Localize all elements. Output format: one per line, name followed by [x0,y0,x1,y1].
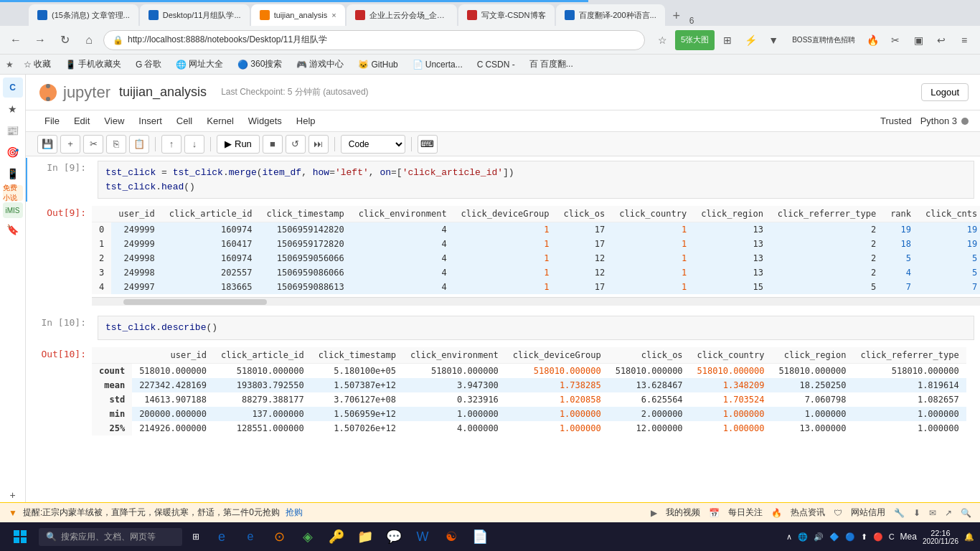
tray-network[interactable]: 🌐 [798,532,808,542]
plugin-button[interactable]: ⚡ [740,30,760,50]
boss-search[interactable]: BOSS直聘情色招聘 [788,30,859,50]
scroll-bar-9[interactable] [123,299,267,305]
sidebar-icon-7[interactable]: 🔖 [3,220,23,240]
large-image-button[interactable]: 5张大图 [675,30,715,50]
cell-9-content[interactable]: tst_click = tst_click.merge(item_df, how… [92,158,980,202]
tray-ext2[interactable]: 🔵 [845,532,855,542]
menu-widgets[interactable]: Widgets [241,113,289,129]
tray-up-icon[interactable]: ∧ [786,532,792,542]
grid-button[interactable]: ⊞ [717,30,738,50]
notebook-name[interactable]: tuijian_analysis [119,85,207,100]
menu-insert[interactable]: Insert [131,113,169,129]
refresh-button[interactable]: ↻ [55,30,75,50]
menu-btn[interactable]: ≡ [954,30,974,50]
notification-button[interactable]: 🔔 [964,532,974,542]
notebook-area[interactable]: In [9]: tst_click = tst_click.merge(item… [26,156,980,525]
app-chrome[interactable]: ⊙ [267,524,291,549]
copy-cell-button[interactable]: ⎘ [106,135,126,154]
sidebar-icon-6[interactable]: iMIS [3,202,23,218]
menu-edit[interactable]: Edit [67,113,97,129]
move-down-button[interactable]: ↓ [184,135,204,154]
sidebar-icon-5[interactable]: 📱 [3,164,23,184]
cell-type-select[interactable]: Code [341,135,405,154]
restart-button[interactable]: ↺ [286,135,306,154]
site-credit[interactable]: 网站信用 [851,507,885,519]
app-wechat[interactable]: 💬 [382,524,406,549]
sidebar-icon-1[interactable]: C [3,77,23,98]
tray-ext3[interactable]: ⬆ [861,532,867,542]
taskbar-search[interactable]: 🔍 搜索应用、文档、网页等 [39,528,182,546]
bookmark-uncertain[interactable]: 📄 Uncerta... [408,58,467,71]
tray-csdn[interactable]: C [889,532,895,541]
bookmark-google[interactable]: G 谷歌 [131,57,166,72]
daily-focus[interactable]: 每日关注 [728,507,763,519]
logout-button[interactable]: Logout [921,83,969,101]
sidebar-icon-3[interactable]: 📰 [3,121,23,141]
cell-10-dataframe[interactable]: user_id click_article_id click_timestamp… [92,347,980,435]
tray-speaker[interactable]: 🔊 [814,532,824,542]
bookmark-csdn[interactable]: C CSDN - [473,58,519,71]
tab-3-close[interactable]: × [331,11,336,19]
tab-4[interactable]: 企业上云分会场_企业... [347,4,457,26]
menu-kernel[interactable]: Kernel [199,113,241,129]
extensions[interactable]: 🔥 [862,30,882,50]
star-button[interactable]: ☆ [652,30,672,50]
cell-10-code[interactable]: tst_click.describe() [98,316,974,340]
paste-cell-button[interactable]: 📋 [129,135,149,154]
app-eclipse[interactable]: ☯ [439,524,463,549]
horizontal-scroll-9[interactable] [92,297,980,306]
tab-5[interactable]: 写文章-CSDN博客 [458,4,555,26]
stop-button[interactable]: ■ [263,135,283,154]
tab-1[interactable]: (15条消息) 文章管理... [29,4,138,26]
clock[interactable]: 22:16 2020/11/26 [923,529,958,545]
ad-link[interactable]: 抢购 [286,507,303,519]
app-6[interactable]: 📁 [353,524,377,549]
bookmark-360[interactable]: 🔵 360搜索 [233,57,286,72]
cell-9-code[interactable]: tst_click = tst_click.merge(item_df, how… [98,161,974,199]
home-button[interactable]: ⌂ [79,30,99,50]
tab-6[interactable]: 百度翻译-200种语言... [556,4,665,26]
ext3[interactable]: ▣ [908,30,928,50]
mea-text[interactable]: Mea [900,532,917,542]
cell-9-dataframe[interactable]: user_id click_article_id click_timestamp… [92,206,980,309]
ext2[interactable]: ✂ [885,30,905,50]
tray-ext4[interactable]: 🔴 [873,532,883,542]
bookmark-urls[interactable]: 🌐 网址大全 [171,57,227,72]
bookmark-collections[interactable]: ☆ 收藏 [19,57,55,72]
menu-cell[interactable]: Cell [169,113,199,129]
app-word[interactable]: W [410,524,435,549]
back-button[interactable]: ← [6,30,26,50]
bookmark-github[interactable]: 🐱 GitHub [354,58,402,71]
save-button[interactable]: 💾 [37,135,57,154]
keyboard-shortcuts-button[interactable]: ⌨ [418,135,438,154]
task-view-button[interactable]: ⊞ [187,524,205,549]
sidebar-icon-2[interactable]: ★ [3,99,23,119]
sidebar-icon-4[interactable]: 🎯 [3,142,23,162]
tab-3[interactable]: tuijian_analysis × [251,4,345,26]
tab-2[interactable]: Desktop/11月组队学... [140,4,250,26]
my-video[interactable]: 我的视频 [666,507,700,519]
tray-ext1[interactable]: 🔷 [829,532,839,542]
app-edge[interactable]: e [209,524,234,549]
run-button[interactable]: ▶ Run [217,135,260,154]
ext4[interactable]: ↩ [931,30,951,50]
app-ie[interactable]: e [238,524,263,549]
windows-start-button[interactable] [6,524,34,549]
restart-run-button[interactable]: ⏭ [308,135,329,154]
add-cell-button[interactable]: + [60,135,80,154]
forward-button[interactable]: → [30,30,50,50]
new-tab-button[interactable]: + [666,6,687,26]
hot-news[interactable]: 热点资讯 [791,507,825,519]
move-up-button[interactable]: ↑ [161,135,182,154]
more-button[interactable]: ▼ [763,30,783,50]
bookmark-games[interactable]: 🎮 游戏中心 [292,57,348,72]
app-pdf[interactable]: 📄 [468,524,492,549]
app-5[interactable]: 🔑 [324,524,349,549]
bookmark-baidu[interactable]: 百 百度翻... [525,57,578,72]
menu-help[interactable]: Help [289,113,323,129]
address-bar[interactable]: 🔒 http://localhost:8888/notebooks/Deskto… [103,30,645,50]
menu-file[interactable]: File [37,113,67,129]
bookmark-mobile[interactable]: 📱 手机收藏夹 [61,57,126,72]
sidebar-icon-novel[interactable]: 免费小说 [3,185,23,201]
app-4[interactable]: ◈ [296,524,320,549]
